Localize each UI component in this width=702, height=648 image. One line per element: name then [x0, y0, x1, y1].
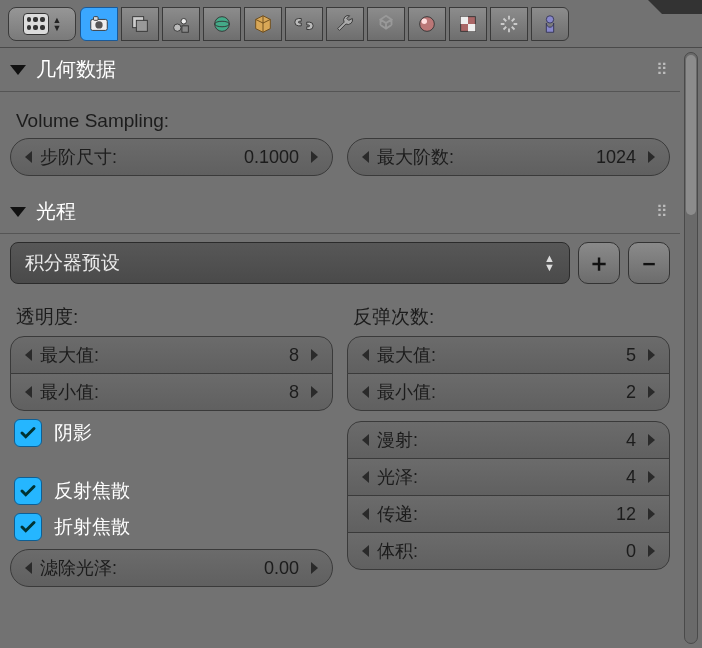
tab-scene[interactable] — [162, 7, 200, 41]
scrollbar-thumb[interactable] — [686, 55, 696, 215]
tab-render[interactable] — [80, 7, 118, 41]
svg-point-11 — [422, 18, 428, 24]
tab-physics[interactable] — [531, 7, 569, 41]
wrench-icon — [334, 13, 356, 35]
chevron-right-icon[interactable] — [311, 562, 318, 574]
svg-rect-4 — [136, 20, 147, 31]
camera-icon — [88, 13, 110, 35]
layers-icon — [129, 13, 151, 35]
mesh-data-icon — [375, 13, 397, 35]
transparency-header: 透明度: — [16, 304, 327, 330]
panel-grip-icon[interactable]: ⠿ — [656, 202, 670, 221]
chevron-right-icon[interactable] — [648, 508, 655, 520]
material-icon — [416, 13, 438, 35]
panel-body-geometry: Volume Sampling: 步阶尺寸: 0.1000 最大阶数: 1024 — [0, 92, 680, 190]
panel-title: 几何数据 — [36, 56, 116, 83]
transparency-min-field[interactable]: 最小值: 8 — [10, 373, 333, 411]
cube-icon — [252, 13, 274, 35]
max-steps-field[interactable]: 最大阶数: 1024 — [347, 138, 670, 176]
context-mode-button[interactable]: ▲▼ — [8, 7, 76, 41]
chevron-left-icon[interactable] — [362, 349, 369, 361]
chevron-right-icon[interactable] — [311, 349, 318, 361]
scene-icon — [170, 13, 192, 35]
chevron-right-icon[interactable] — [648, 545, 655, 557]
chevron-left-icon[interactable] — [25, 562, 32, 574]
bounces-header: 反弹次数: — [353, 304, 664, 330]
tab-constraints[interactable] — [285, 7, 323, 41]
refractive-caustics-label: 折射焦散 — [54, 514, 130, 540]
physics-icon — [539, 13, 561, 35]
chevron-right-icon[interactable] — [648, 386, 655, 398]
tab-object[interactable] — [244, 7, 282, 41]
chevron-left-icon[interactable] — [362, 508, 369, 520]
select-arrows-icon: ▲▼ — [544, 254, 555, 272]
check-icon — [19, 518, 37, 536]
tab-material[interactable] — [408, 7, 446, 41]
integrator-preset-select[interactable]: 积分器预设 ▲▼ — [10, 242, 570, 284]
diffuse-bounces-field[interactable]: 漫射: 4 — [347, 421, 670, 459]
panel-title: 光程 — [36, 198, 76, 225]
glossy-bounces-field[interactable]: 光泽: 4 — [347, 458, 670, 496]
panel-body-light-paths: 积分器预设 ▲▼ ＋ － 透明度: 最大值: 8 最小值: — [0, 234, 680, 601]
vertical-scrollbar[interactable] — [684, 52, 698, 644]
check-icon — [19, 482, 37, 500]
texture-icon — [457, 13, 479, 35]
svg-rect-7 — [182, 25, 188, 31]
tab-modifiers[interactable] — [326, 7, 364, 41]
chevron-right-icon[interactable] — [648, 471, 655, 483]
chevron-left-icon[interactable] — [362, 434, 369, 446]
volume-sampling-label: Volume Sampling: — [16, 110, 664, 132]
tab-render-layers[interactable] — [121, 7, 159, 41]
chevron-right-icon[interactable] — [648, 349, 655, 361]
chain-icon — [293, 13, 315, 35]
shadows-checkbox[interactable] — [14, 419, 42, 447]
chevron-left-icon[interactable] — [25, 151, 32, 163]
tab-particles[interactable] — [490, 7, 528, 41]
bounces-min-field[interactable]: 最小值: 2 — [347, 373, 670, 411]
preset-label: 积分器预设 — [25, 250, 120, 276]
refractive-caustics-checkbox[interactable] — [14, 513, 42, 541]
filter-glossy-field[interactable]: 滤除光泽: 0.00 — [10, 549, 333, 587]
svg-rect-14 — [468, 24, 475, 31]
bounces-max-field[interactable]: 最大值: 5 — [347, 336, 670, 374]
chevron-left-icon[interactable] — [362, 386, 369, 398]
panel-header-light-paths[interactable]: 光程 ⠿ — [0, 190, 680, 234]
svg-point-5 — [174, 24, 181, 31]
panel-header-geometry[interactable]: 几何数据 ⠿ — [0, 48, 680, 92]
world-icon — [211, 13, 233, 35]
svg-rect-2 — [94, 16, 99, 20]
step-size-field[interactable]: 步阶尺寸: 0.1000 — [10, 138, 333, 176]
properties-content: 几何数据 ⠿ Volume Sampling: 步阶尺寸: 0.1000 最大阶… — [0, 48, 680, 648]
shadows-label: 阴影 — [54, 420, 92, 446]
reflective-caustics-label: 反射焦散 — [54, 478, 130, 504]
check-icon — [19, 424, 37, 442]
svg-point-10 — [420, 16, 435, 31]
tab-world[interactable] — [203, 7, 241, 41]
chevron-left-icon[interactable] — [25, 386, 32, 398]
preset-remove-button[interactable]: － — [628, 242, 670, 284]
header-tab-strip: ▲▼ — [0, 0, 702, 48]
chevron-right-icon[interactable] — [311, 386, 318, 398]
chevron-left-icon[interactable] — [25, 349, 32, 361]
chevron-left-icon[interactable] — [362, 471, 369, 483]
chevron-right-icon[interactable] — [648, 434, 655, 446]
particles-icon — [498, 13, 520, 35]
svg-point-6 — [181, 18, 187, 24]
panel-grip-icon[interactable]: ⠿ — [656, 60, 670, 79]
tab-texture[interactable] — [449, 7, 487, 41]
chevron-right-icon[interactable] — [648, 151, 655, 163]
svg-rect-13 — [461, 16, 468, 23]
chevron-right-icon[interactable] — [311, 151, 318, 163]
volume-bounces-field[interactable]: 体积: 0 — [347, 532, 670, 570]
disclosure-triangle-icon — [10, 65, 26, 75]
svg-point-15 — [546, 15, 553, 22]
transparency-max-field[interactable]: 最大值: 8 — [10, 336, 333, 374]
chevron-left-icon[interactable] — [362, 151, 369, 163]
chevron-left-icon[interactable] — [362, 545, 369, 557]
tab-data[interactable] — [367, 7, 405, 41]
preset-add-button[interactable]: ＋ — [578, 242, 620, 284]
disclosure-triangle-icon — [10, 207, 26, 217]
transmission-bounces-field[interactable]: 传递: 12 — [347, 495, 670, 533]
reflective-caustics-checkbox[interactable] — [14, 477, 42, 505]
svg-point-1 — [95, 21, 102, 28]
